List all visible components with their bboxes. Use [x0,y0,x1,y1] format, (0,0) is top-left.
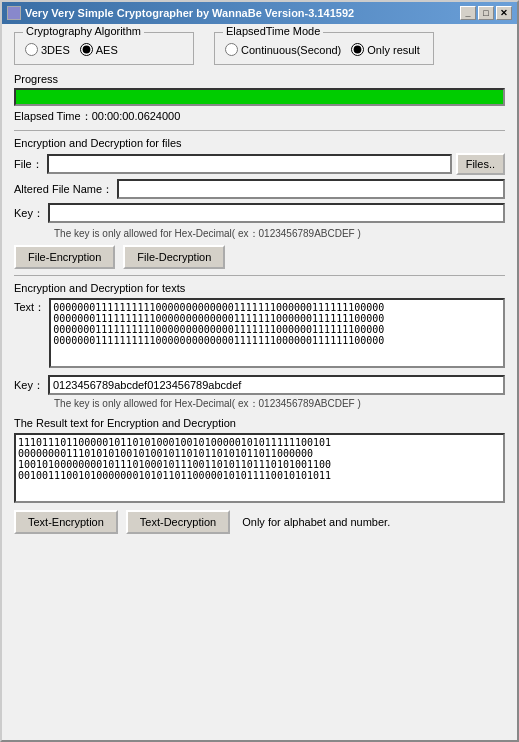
radio-aes[interactable]: AES [80,43,118,56]
file-key-input[interactable] [48,203,505,223]
text-textarea[interactable]: 0000000111111111100000000000001111111000… [49,298,505,368]
text-key-input[interactable] [48,375,505,395]
progress-bar-container [14,88,505,106]
file-key-label: Key： [14,206,44,221]
radio-continuous-label: Continuous(Second) [241,44,341,56]
radio-only-result-label: Only result [367,44,420,56]
close-button[interactable]: ✕ [496,6,512,20]
files-section: Encryption and Decryption for files File… [14,137,505,269]
progress-bar-fill [16,90,503,104]
text-textarea-row: Text： 0000000111111111100000000000001111… [14,298,505,371]
titlebar-title-area: Very Very Simple Cryptographer by WannaB… [7,6,354,20]
result-section-title: The Result text for Encryption and Decry… [14,417,505,429]
bottom-row: Text-Encryption Text-Decryption Only for… [14,510,505,534]
crypto-algorithm-label: Cryptography Algorithm [23,25,144,37]
file-key-row: Key： [14,203,505,223]
radio-3des-label: 3DES [41,44,70,56]
file-btn-row: File-Encryption File-Decryption [14,245,505,269]
radio-3des-input[interactable] [25,43,38,56]
radio-only-result[interactable]: Only result [351,43,420,56]
files-section-title: Encryption and Decryption for files [14,137,505,149]
radio-continuous[interactable]: Continuous(Second) [225,43,341,56]
minimize-button[interactable]: _ [460,6,476,20]
text-textarea-wrap: 0000000111111111100000000000001111111000… [49,298,505,371]
main-window: Very Very Simple Cryptographer by WannaB… [0,0,519,742]
text-key-row: Key： [14,375,505,395]
result-textarea[interactable]: 1110111011000001011010100010010100000101… [14,433,505,503]
text-decrypt-button[interactable]: Text-Decryption [126,510,230,534]
file-key-hint: The key is only allowed for Hex-Decimal(… [54,227,505,241]
files-button[interactable]: Files.. [456,153,505,175]
radio-aes-input[interactable] [80,43,93,56]
crypto-algorithm-box: Cryptography Algorithm 3DES AES [14,32,194,65]
text-key-hint: The key is only allowed for Hex-Decimal(… [54,397,505,411]
divider-2 [14,275,505,276]
file-row: File： Files.. [14,153,505,175]
divider-1 [14,130,505,131]
titlebar-buttons: _ □ ✕ [460,6,512,20]
elapsed-mode-box: ElapsedTime Mode Continuous(Second) Only… [214,32,434,65]
result-section: The Result text for Encryption and Decry… [14,417,505,506]
file-label: File： [14,157,43,172]
text-label: Text： [14,300,45,315]
maximize-button[interactable]: □ [478,6,494,20]
file-input[interactable] [47,154,452,174]
progress-label: Progress [14,73,505,85]
radio-3des[interactable]: 3DES [25,43,70,56]
crypto-radio-group: 3DES AES [25,43,183,56]
elapsed-mode-label: ElapsedTime Mode [223,25,323,37]
top-section-row: Cryptography Algorithm 3DES AES ElapsedT… [14,32,505,65]
altered-file-row: Altered File Name： [14,179,505,199]
radio-continuous-input[interactable] [225,43,238,56]
text-key-label: Key： [14,378,44,393]
elapsed-radio-group: Continuous(Second) Only result [225,43,423,56]
window-title: Very Very Simple Cryptographer by WannaB… [25,7,354,19]
file-decrypt-button[interactable]: File-Decryption [123,245,225,269]
altered-file-input[interactable] [117,179,505,199]
app-icon [7,6,21,20]
progress-section: Progress Elapsed Time：00:00:00.0624000 [14,73,505,124]
radio-aes-label: AES [96,44,118,56]
file-encrypt-button[interactable]: File-Encryption [14,245,115,269]
texts-section: Encryption and Decryption for texts Text… [14,282,505,411]
main-content: Cryptography Algorithm 3DES AES ElapsedT… [2,24,517,740]
titlebar: Very Very Simple Cryptographer by WannaB… [2,2,517,24]
altered-label: Altered File Name： [14,182,113,197]
text-encrypt-button[interactable]: Text-Encryption [14,510,118,534]
texts-section-title: Encryption and Decryption for texts [14,282,505,294]
only-note: Only for alphabet and number. [242,516,390,528]
radio-only-result-input[interactable] [351,43,364,56]
elapsed-time: Elapsed Time：00:00:00.0624000 [14,109,505,124]
